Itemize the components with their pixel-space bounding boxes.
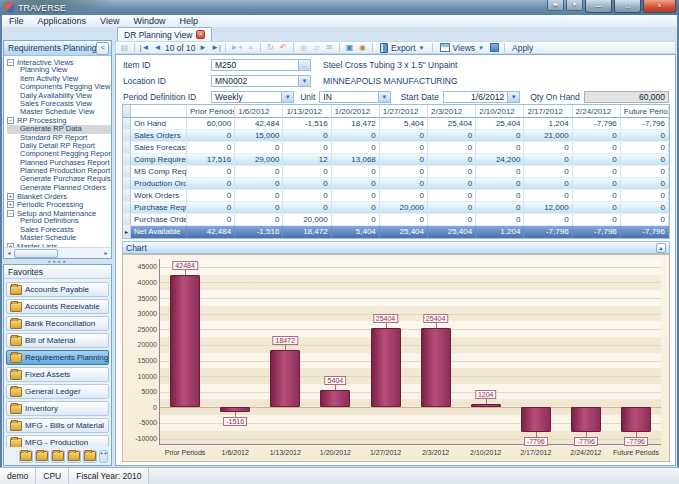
- grid-cell[interactable]: 0: [621, 202, 669, 214]
- grid-cell[interactable]: 0: [428, 130, 476, 142]
- grid-cell[interactable]: 0: [428, 178, 476, 190]
- grid-cell[interactable]: 0: [380, 166, 428, 178]
- grid-cell[interactable]: 0: [380, 154, 428, 166]
- chart-bar[interactable]: [621, 407, 651, 431]
- scrollbar-thumb[interactable]: [14, 249, 58, 258]
- grid-cell[interactable]: 0: [621, 154, 669, 166]
- grid-cell[interactable]: 0: [476, 142, 524, 154]
- grid-row-label[interactable]: Sales Forecasts: [131, 142, 187, 154]
- grid-cell[interactable]: 0: [332, 190, 380, 202]
- grid-cell[interactable]: 0: [283, 190, 331, 202]
- grid-cell[interactable]: 0: [573, 190, 621, 202]
- grid-cell[interactable]: 0: [476, 202, 524, 214]
- grid-cell[interactable]: 0: [428, 154, 476, 166]
- favorite-item-inventory[interactable]: Inventory: [6, 401, 109, 416]
- grid-cell[interactable]: 0: [573, 214, 621, 226]
- grid-cell[interactable]: -7,796: [621, 226, 669, 238]
- start-date-field[interactable]: 1/6/2012 ▼: [443, 91, 520, 103]
- grid-cell[interactable]: 0: [621, 214, 669, 226]
- grid-cell[interactable]: 0: [332, 178, 380, 190]
- grid-cell[interactable]: 0: [380, 130, 428, 142]
- grid-cell[interactable]: 0: [524, 190, 572, 202]
- grid-column-header[interactable]: 2/10/2012: [476, 105, 524, 118]
- grid-cell[interactable]: 0: [235, 214, 283, 226]
- refresh-button[interactable]: ↻: [265, 42, 276, 53]
- grid-cell[interactable]: 0: [332, 166, 380, 178]
- favorite-mini-button[interactable]: [51, 450, 65, 463]
- grid-cell[interactable]: 0: [283, 142, 331, 154]
- chart-bar[interactable]: [421, 328, 451, 407]
- grid-cell[interactable]: 42,484: [235, 118, 283, 130]
- grid-column-header[interactable]: 1/27/2012: [380, 105, 428, 118]
- tab-planning-view[interactable]: DR Planning View ×: [117, 27, 212, 41]
- dropdown-icon[interactable]: ▼: [378, 92, 390, 102]
- collapse-pane-button[interactable]: <: [96, 42, 109, 55]
- grid-cell[interactable]: 0: [476, 166, 524, 178]
- grid-cell[interactable]: 0: [380, 178, 428, 190]
- grid-row-label[interactable]: Work Orders: [131, 190, 187, 202]
- grid-cell[interactable]: 0: [621, 130, 669, 142]
- grid-cell[interactable]: 0: [573, 202, 621, 214]
- grid-cell[interactable]: 0: [621, 142, 669, 154]
- grid-cell[interactable]: 0: [283, 202, 331, 214]
- grid-cell[interactable]: 60,000: [187, 118, 235, 130]
- grid-cell[interactable]: 20,000: [380, 202, 428, 214]
- grid-cell[interactable]: 0: [524, 178, 572, 190]
- grid-cell[interactable]: 18,472: [283, 226, 331, 238]
- grid-cell[interactable]: 0: [380, 190, 428, 202]
- maximize-button[interactable]: □: [614, 0, 641, 13]
- grid-cell[interactable]: 0: [476, 214, 524, 226]
- first-record-button[interactable]: |◄: [139, 42, 150, 53]
- location-id-field[interactable]: MN0002 ▼: [211, 75, 311, 87]
- grid-row-label[interactable]: On Hand: [131, 118, 187, 130]
- grid-cell[interactable]: 0: [235, 166, 283, 178]
- grid-cell[interactable]: 0: [332, 130, 380, 142]
- grid-cell[interactable]: 25,404: [380, 226, 428, 238]
- copy-button[interactable]: ▣: [344, 42, 355, 53]
- collapse-icon[interactable]: −: [7, 210, 14, 217]
- find-button[interactable]: ◉: [357, 42, 368, 53]
- grid-cell[interactable]: 0: [524, 154, 572, 166]
- grid-cell[interactable]: 0: [235, 190, 283, 202]
- grid-row-label[interactable]: Purchase Orders: [131, 214, 187, 226]
- favorite-item-bank-reconciliation[interactable]: Bank Reconciliation: [6, 316, 109, 331]
- grid-cell[interactable]: -7,796: [621, 118, 669, 130]
- apply-button[interactable]: Apply: [509, 42, 536, 53]
- grid-cell[interactable]: 0: [476, 190, 524, 202]
- grid-cell[interactable]: -1,516: [283, 118, 331, 130]
- collapse-icon[interactable]: −: [7, 117, 14, 124]
- minimize-button[interactable]: —: [585, 0, 612, 13]
- chart-bar[interactable]: [471, 404, 501, 408]
- grid-cell[interactable]: 0: [187, 130, 235, 142]
- grid-cell[interactable]: 0: [524, 142, 572, 154]
- grid-cell[interactable]: 0: [380, 142, 428, 154]
- grid-cell[interactable]: 0: [428, 214, 476, 226]
- chart-maximize-icon[interactable]: ▲: [656, 243, 666, 253]
- grid-column-header[interactable]: 2/17/2012: [524, 105, 572, 118]
- grid-cell[interactable]: 0: [187, 142, 235, 154]
- grid-cell[interactable]: -7,796: [573, 118, 621, 130]
- previous-record-button[interactable]: ◄: [152, 42, 163, 53]
- grid-row-label[interactable]: Sales Orders: [131, 130, 187, 142]
- last-record-button[interactable]: ►|: [210, 42, 221, 53]
- grid-cell[interactable]: 0: [573, 154, 621, 166]
- grid-cell[interactable]: -1,516: [235, 226, 283, 238]
- grid-cell[interactable]: 0: [428, 142, 476, 154]
- grid-column-header[interactable]: Prior Periods: [187, 105, 235, 118]
- grid-row-label[interactable]: Purchase Requisitions: [131, 202, 187, 214]
- grid-column-header[interactable]: 2/3/2012: [428, 105, 476, 118]
- favorite-mini-button[interactable]: [19, 450, 33, 463]
- grid-cell[interactable]: 25,404: [428, 226, 476, 238]
- grid-cell[interactable]: 0: [235, 202, 283, 214]
- grid-cell[interactable]: 17,516: [187, 154, 235, 166]
- chart-bar[interactable]: [371, 328, 401, 407]
- grid-cell[interactable]: 0: [235, 142, 283, 154]
- grid-cell[interactable]: 0: [428, 190, 476, 202]
- item-id-field[interactable]: M250 …: [211, 59, 311, 71]
- chart-bar[interactable]: [571, 407, 601, 431]
- attachment-button[interactable]: ▱: [311, 42, 322, 53]
- dropdown-icon[interactable]: ▼: [298, 76, 310, 86]
- grid-cell[interactable]: 0: [428, 202, 476, 214]
- grid-cell[interactable]: 18,472: [332, 118, 380, 130]
- grid-cell[interactable]: 0: [332, 202, 380, 214]
